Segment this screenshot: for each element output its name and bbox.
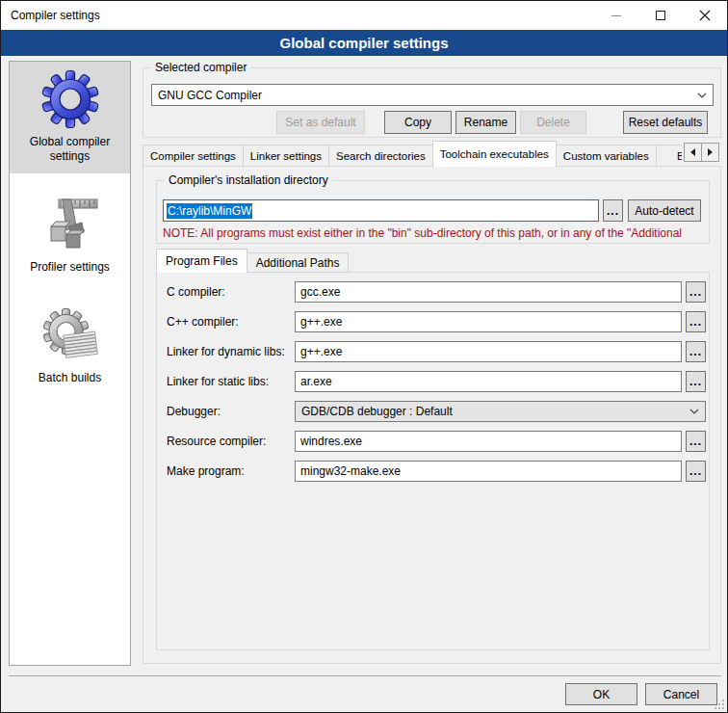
gear-documents-icon: [39, 304, 101, 366]
make-program-row: Make program: ...: [157, 461, 709, 482]
page-title: Global compiler settings: [1, 30, 727, 56]
installation-directory-input[interactable]: C:\raylib\MinGW: [163, 199, 599, 222]
dynamic-linker-label: Linker for dynamic libs:: [167, 345, 285, 358]
titlebar: Compiler settings: [1, 1, 727, 30]
cpp-compiler-browse-button[interactable]: ...: [686, 311, 706, 332]
debugger-select-value: GDB/CDB debugger : Default: [296, 405, 684, 418]
program-files-page: C compiler: ... C++ compiler: ... Linker…: [156, 272, 710, 650]
installation-directory-group-label: Compiler's installation directory: [165, 173, 332, 188]
make-program-browse-button[interactable]: ...: [686, 461, 706, 482]
cpp-compiler-row: C++ compiler: ...: [157, 311, 709, 332]
sidebar-item-batch-builds[interactable]: Batch builds: [10, 298, 130, 395]
delete-button[interactable]: Delete: [520, 111, 586, 134]
auto-detect-button[interactable]: Auto-detect: [628, 199, 701, 222]
chevron-down-icon: [691, 92, 713, 98]
ok-button[interactable]: OK: [565, 683, 637, 705]
arrow-left-icon: [690, 148, 695, 156]
debugger-label: Debugger:: [167, 405, 221, 418]
sidebar-item-label: Global compiler settings: [13, 135, 127, 164]
debugger-row: Debugger: GDB/CDB debugger : Default: [157, 401, 709, 422]
sidebar-item-label: Batch builds: [13, 371, 127, 385]
reset-defaults-button[interactable]: Reset defaults: [623, 111, 708, 134]
window-title: Compiler settings: [11, 1, 100, 30]
c-compiler-label: C compiler:: [167, 285, 225, 299]
copy-button[interactable]: Copy: [384, 111, 452, 134]
tab-additional-paths[interactable]: Additional Paths: [247, 252, 350, 273]
caption-buttons: [594, 1, 727, 30]
make-program-input[interactable]: [295, 461, 682, 482]
settings-category-list: Global compiler settings: [9, 61, 131, 666]
debugger-select[interactable]: GDB/CDB debugger : Default: [295, 401, 706, 422]
dynamic-linker-input[interactable]: [295, 341, 682, 362]
caliper-icon: [39, 194, 101, 255]
tab-linker-settings[interactable]: Linker settings: [243, 145, 329, 167]
make-program-label: Make program:: [167, 464, 245, 478]
minimize-button[interactable]: [594, 1, 638, 30]
resource-compiler-label: Resource compiler:: [167, 435, 266, 448]
arrow-right-icon: [708, 148, 713, 156]
tab-scroll-buttons: [685, 143, 719, 162]
resize-grip[interactable]: [715, 700, 724, 709]
installation-directory-group: Compiler's installation directory C:\ray…: [156, 180, 710, 244]
compiler-settings-dialog: Compiler settings Global compiler settin…: [0, 0, 728, 713]
maximize-button[interactable]: [638, 1, 683, 30]
tab-toolchain-executables[interactable]: Toolchain executables: [432, 141, 557, 167]
static-linker-row: Linker for static libs: ...: [157, 371, 709, 392]
cpp-compiler-label: C++ compiler:: [167, 315, 239, 329]
cancel-button[interactable]: Cancel: [645, 683, 717, 705]
cpp-compiler-input[interactable]: [295, 311, 682, 332]
page-title-text: Global compiler settings: [279, 35, 448, 51]
tab-build-options-clipped[interactable]: Build: [656, 145, 682, 167]
c-compiler-browse-button[interactable]: ...: [686, 281, 706, 303]
tab-custom-variables[interactable]: Custom variables: [556, 145, 657, 167]
settings-tab-bar: Compiler settings Linker settings Search…: [143, 141, 682, 167]
installation-directory-value: C:\raylib\MinGW: [167, 203, 252, 219]
footer-divider: [9, 675, 721, 676]
tab-scroll-left-button[interactable]: [684, 143, 702, 162]
selected-compiler-group: Selected compiler GNU GCC Compiler Set a…: [143, 67, 721, 138]
close-icon: [699, 10, 711, 21]
maximize-icon: [656, 11, 665, 20]
sidebar-item-global-compiler-settings[interactable]: Global compiler settings: [10, 62, 130, 173]
tab-scroll-right-button[interactable]: [701, 143, 719, 162]
sidebar-item-label: Profiler settings: [13, 260, 127, 275]
selected-compiler-group-label: Selected compiler: [151, 61, 250, 75]
blue-gear-icon: [39, 68, 101, 130]
resource-compiler-browse-button[interactable]: ...: [686, 431, 706, 452]
dynamic-linker-row: Linker for dynamic libs: ...: [157, 341, 709, 362]
installation-directory-note: NOTE: All programs must exist either in …: [163, 226, 708, 240]
static-linker-input[interactable]: [295, 371, 682, 392]
chevron-down-icon: [684, 409, 705, 414]
c-compiler-row: C compiler: ...: [157, 281, 709, 303]
compiler-select-value: GNU GCC Compiler: [152, 89, 691, 102]
tab-program-files[interactable]: Program Files: [156, 249, 247, 273]
sidebar-item-profiler-settings[interactable]: Profiler settings: [10, 187, 130, 284]
dynamic-linker-browse-button[interactable]: ...: [686, 341, 706, 362]
static-linker-browse-button[interactable]: ...: [686, 371, 706, 392]
resource-compiler-row: Resource compiler: ...: [157, 431, 709, 452]
tab-search-directories[interactable]: Search directories: [328, 145, 433, 167]
minimize-icon: [611, 15, 621, 16]
tab-compiler-settings[interactable]: Compiler settings: [143, 145, 244, 167]
installation-directory-browse-button[interactable]: ...: [603, 199, 623, 222]
close-button[interactable]: [683, 1, 727, 30]
resource-compiler-input[interactable]: [295, 431, 682, 452]
static-linker-label: Linker for static libs:: [167, 375, 269, 388]
set-as-default-button[interactable]: Set as default: [276, 111, 365, 134]
toolchain-executables-page: Compiler's installation directory C:\ray…: [143, 166, 721, 664]
program-files-tab-bar: Program Files Additional Paths: [156, 249, 348, 273]
c-compiler-input[interactable]: [295, 281, 682, 303]
rename-button[interactable]: Rename: [455, 111, 516, 134]
compiler-select[interactable]: GNU GCC Compiler: [151, 84, 714, 106]
